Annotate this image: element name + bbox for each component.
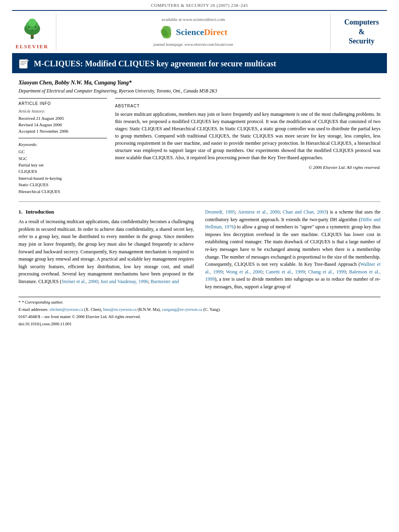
body-content: 1. Introduction As a result of increasin… xyxy=(19,208,380,293)
keyword-interval: Interval-based re-keying xyxy=(19,175,107,181)
copyright-line: © 2006 Elsevier Ltd. All rights reserved… xyxy=(115,164,380,170)
ref-chang[interactable]: Chang et al., 1999 xyxy=(308,269,346,275)
ref-canetti[interactable]: Canetti et al., 1999 xyxy=(266,269,305,275)
ref-just[interactable]: Just and Vaudenay, 1996 xyxy=(101,279,148,284)
ref-chan[interactable]: Chan and Chan, 2003 xyxy=(283,209,327,215)
keyword-static: Static CLIQUES xyxy=(19,182,107,188)
keyword-cliques: CLIQUES xyxy=(19,168,107,175)
svg-rect-11 xyxy=(19,60,27,68)
elsevier-tree-icon xyxy=(18,13,46,41)
journal-name-box: Computers&Security xyxy=(331,13,387,50)
svg-point-3 xyxy=(28,19,36,27)
doi-note: doi:10.1016/j.cose.2006.11.001 xyxy=(19,321,380,327)
keyword-hierarchical: Hierarchical CLIQUES xyxy=(19,189,107,195)
keywords-divider xyxy=(19,138,107,138)
authors-section: Xiaoyan Chen, Bobby N.W. Ma, Cungang Yan… xyxy=(19,79,380,94)
keywords-label: Keywords: xyxy=(19,142,107,148)
email-xchen[interactable]: x6chen@ryerson.ca xyxy=(49,307,83,312)
footnotes-section: * * Corresponding author. E-mail address… xyxy=(19,297,380,327)
corresponding-author-note: * * Corresponding author. xyxy=(19,300,380,306)
abstract-col: ABSTRACT In secure multicast application… xyxy=(115,98,380,195)
abstract-text: In secure multicast applications, member… xyxy=(115,111,380,161)
svg-rect-14 xyxy=(21,64,25,65)
keyword-sgc: SGC xyxy=(19,156,107,162)
svg-point-4 xyxy=(28,27,29,28)
email-note: E-mail addresses: x6chen@ryerson.ca (X. … xyxy=(19,307,380,313)
ref-diffie[interactable]: Diffie and Hellman, 1976 xyxy=(205,217,380,230)
ref-steiner[interactable]: Steiner et al., 2000 xyxy=(62,279,98,284)
svg-point-6 xyxy=(31,29,33,31)
section-divider xyxy=(19,201,380,202)
elsevier-logo: ELSEVIER xyxy=(12,13,56,50)
intro-para-right: Desmedt, 1995; Ateniese et al., 2000; Ch… xyxy=(205,208,380,291)
sciencedirect-icon xyxy=(159,25,174,39)
issn-note: 0167-4048/$ – see front matter © 2006 El… xyxy=(19,314,380,320)
svg-rect-13 xyxy=(21,63,26,64)
keyword-gc: GC xyxy=(19,149,107,155)
body-right: Desmedt, 1995; Ateniese et al., 2000; Ch… xyxy=(205,208,380,293)
email-cungang[interactable]: cungang@ee.ryerson.ca xyxy=(162,307,202,312)
journal-citation: COMPUTERS & SECURITY 26 (2007) 238–245 xyxy=(0,0,399,10)
svg-point-7 xyxy=(31,35,33,37)
ref-burmester[interactable]: Burmester and xyxy=(150,279,179,284)
ref-wong[interactable]: Wong et al., 2000 xyxy=(226,269,263,275)
email-bma[interactable]: bma@ee.ryerson.ca xyxy=(103,307,136,312)
article-type-icon xyxy=(19,58,30,69)
svg-point-5 xyxy=(35,27,36,28)
section1-heading: 1. Introduction xyxy=(19,208,194,216)
svg-rect-12 xyxy=(21,61,26,62)
body-left: 1. Introduction As a result of increasin… xyxy=(19,208,194,293)
publisher-banner: ELSEVIER available at www.sciencedirect.… xyxy=(12,10,387,53)
ref-desmedt[interactable]: Desmedt, 1995 xyxy=(205,209,235,215)
article-info-abstract: ARTICLE INFO Article history: Received 2… xyxy=(19,98,380,195)
article-info-col: ARTICLE INFO Article history: Received 2… xyxy=(19,98,107,195)
sciencedirect-banner: available at www.sciencedirect.com Scien… xyxy=(56,13,331,50)
affiliation-line: Department of Electrical and Computer En… xyxy=(19,88,380,94)
authors-line: Xiaoyan Chen, Bobby N.W. Ma, Cungang Yan… xyxy=(19,79,380,87)
sciencedirect-logo: ScienceDirect xyxy=(159,25,228,39)
article-title-bar: M-CLIQUES: Modified CLIQUES key agreemen… xyxy=(12,54,387,73)
intro-para-left: As a result of increasing multicast appl… xyxy=(19,218,194,285)
keyword-partial-key: Partial key set xyxy=(19,162,107,168)
ref-ateniese[interactable]: Ateniese et al., 2000 xyxy=(238,209,280,215)
